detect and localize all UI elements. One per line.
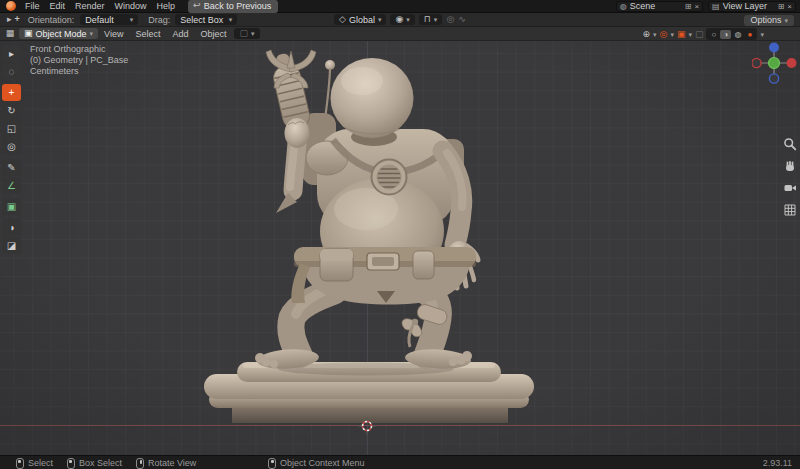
move-gizmo-icon[interactable]: + [15,15,20,24]
model-3d-figure[interactable] [0,41,800,455]
select-box-icon: ▸ [9,48,14,59]
3d-cursor[interactable] [358,417,376,435]
mode-dropdown[interactable]: ▣ Object Mode ▾ [19,28,98,39]
hand-icon [783,159,797,173]
transform-orientation-dropdown[interactable]: ◇ Global ▾ [334,14,386,25]
pivot-point-dropdown[interactable]: ◉ ▾ [390,14,414,25]
3d-viewport[interactable]: Front Orthographic (0) Geometry | PC_Bas… [0,41,800,455]
rendered-shading-icon[interactable]: ● [744,30,755,39]
annotate-tool-button[interactable]: ✎ [2,159,21,176]
pedestal-base[interactable] [204,362,534,423]
wedge-tool-icon: ◪ [7,240,16,251]
menu-window[interactable]: Window [110,1,152,11]
menu-help[interactable]: Help [152,1,181,11]
chevron-down-icon: ▾ [434,16,438,23]
show-overlays-icon[interactable]: ◎ [660,30,668,39]
chevron-down-icon: ▾ [760,31,764,38]
measure-icon: ∠ [7,180,16,191]
move-tool-button[interactable]: + [2,84,21,101]
wireframe-shading-icon[interactable]: ○ [708,30,719,39]
material-preview-icon[interactable]: ◍ [732,30,743,39]
gizmo-z-axis[interactable] [769,43,779,53]
active-object-text: (0) Geometry | PC_Base [30,55,128,66]
chevron-down-icon: ▾ [406,16,410,23]
scene-name[interactable]: Scene [630,1,682,11]
view-name-text: Front Orthographic [30,44,128,55]
gizmo-neg-z-axis[interactable] [769,74,778,83]
new-scene-icon[interactable]: ⊞ [685,2,692,11]
orientation-label: Orientation: [28,15,75,25]
menu-render[interactable]: Render [70,1,110,11]
magnifier-icon [783,137,797,151]
transform-orientation-value: Global [349,15,375,25]
scene-selector[interactable]: ◍ Scene ⊞ × [616,1,703,12]
drag-dropdown[interactable]: Select Box ▾ [175,14,237,25]
gizmo-x-axis[interactable] [787,58,797,68]
sphere-tool-button[interactable]: ◑ [2,219,21,236]
cursor-tool-button[interactable]: ◌ [2,63,21,80]
menu-object[interactable]: Object [194,29,232,39]
solid-shading-icon[interactable]: ◑ [720,30,731,39]
transform-tool-button[interactable]: ◎ [2,138,21,155]
show-gizmo-icon[interactable]: ⊕ [643,30,651,39]
magnet-icon: ⊓ [424,15,431,24]
measure-tool-button[interactable]: ∠ [2,177,21,194]
xray-toggle-icon[interactable]: ▣ [677,30,686,39]
spaceman-figure[interactable] [255,50,478,371]
chevron-down-icon: ▾ [378,16,382,23]
new-view-layer-icon[interactable]: ⊞ [778,2,785,11]
shading-extra-icon[interactable]: ▢ [695,30,704,39]
snap-dropdown[interactable]: ⊓ ▾ [419,14,443,25]
chevron-down-icon: ▾ [251,30,255,37]
viewport-info-text: Front Orthographic (0) Geometry | PC_Bas… [30,44,128,77]
add-cube-tool-button[interactable]: ▣ [2,198,21,215]
navigation-gizmo[interactable] [752,42,800,86]
box-select-hint: Box Select [79,458,122,468]
viewport-header: ▦ ▣ Object Mode ▾ View Select Add Object… [0,27,800,41]
tool-settings-bar: ▸ + Orientation: Default ▾ Drag: Select … [0,13,800,27]
object-mode-icon: ▣ [24,29,33,38]
menu-file[interactable]: File [20,1,45,11]
camera-view-button[interactable] [782,181,797,195]
perspective-toggle-button[interactable] [782,203,797,217]
options-dropdown[interactable]: Options ▾ [744,15,794,26]
gizmo-y-axis[interactable] [769,58,780,69]
blender-logo-icon[interactable] [6,1,16,11]
menu-select[interactable]: Select [129,29,166,39]
select-box-tool-button[interactable]: ▸ [2,45,21,62]
orientation-axes-icon: ◇ [339,15,346,24]
menu-view[interactable]: View [98,29,129,39]
pivot-point-icon: ◉ [395,15,403,24]
proportional-editing-icon[interactable]: ◎ [446,15,454,24]
editor-type-button[interactable]: ▦ [3,28,17,40]
top-menu-bar: File Edit Render Window Help ↩ Back to P… [0,0,800,13]
view-layer-name[interactable]: View Layer [723,1,775,11]
menu-edit[interactable]: Edit [45,1,71,11]
view-layer-selector[interactable]: ▤ View Layer ⊞ × [708,1,796,12]
falloff-curve-icon[interactable]: ∿ [458,15,466,24]
back-arrow-icon: ↩ [193,1,201,10]
remove-view-layer-icon[interactable]: × [787,2,792,11]
wedge-tool-button[interactable]: ◪ [2,237,21,254]
drag-value: Select Box [180,15,223,25]
chevron-down-icon: ▾ [784,17,788,24]
move-icon: + [9,87,15,98]
active-tool-icon[interactable]: ▸ [7,15,12,24]
unlink-scene-icon[interactable]: × [694,2,699,11]
blender-version: 2.93.11 [763,456,792,469]
gizmo-neg-x-axis[interactable] [752,58,761,67]
keymap-hint-context-group: Object Context Menu [268,456,365,469]
cursor-icon: ◌ [9,66,15,77]
right-mouse-icon [268,458,276,469]
drag-label: Drag: [148,15,170,25]
scale-tool-button[interactable]: ◱ [2,120,21,137]
pan-button[interactable] [782,159,797,173]
orientation-dropdown[interactable]: Default ▾ [80,14,138,25]
rotate-view-hint: Rotate View [148,458,196,468]
add-cube-icon: ▣ [7,201,16,212]
zoom-button[interactable] [782,137,797,151]
rotate-tool-button[interactable]: ↻ [2,102,21,119]
menu-add[interactable]: Add [166,29,194,39]
header-extra-dropdown[interactable]: ▢ ▾ [234,28,259,39]
back-to-previous-button[interactable]: ↩ Back to Previous [188,0,278,13]
